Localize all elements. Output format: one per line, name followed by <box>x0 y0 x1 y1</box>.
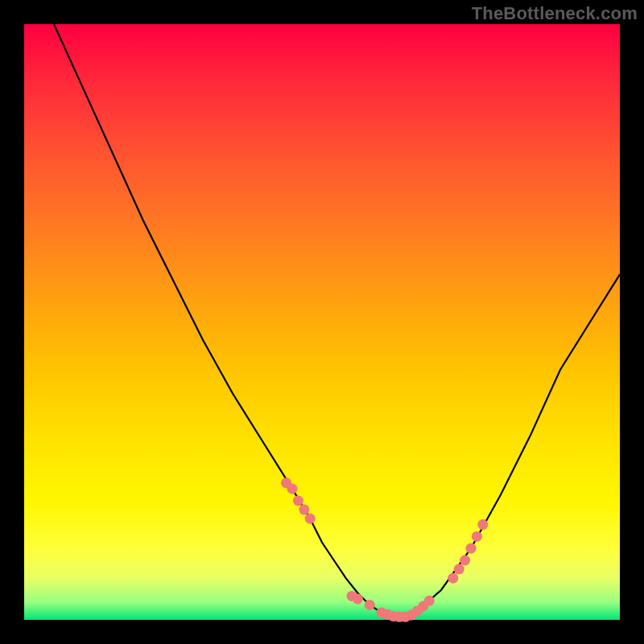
highlight-dot <box>365 600 375 610</box>
highlight-dot <box>424 596 435 606</box>
highlight-dot <box>466 543 477 554</box>
highlight-dot <box>293 496 303 506</box>
highlight-dot <box>460 555 470 566</box>
highlight-dot <box>353 594 363 605</box>
highlight-dot <box>299 505 309 515</box>
bottleneck-curve <box>54 24 620 617</box>
highlight-dot <box>454 564 464 575</box>
highlight-dot <box>477 519 488 530</box>
highlight-dots-group <box>281 477 488 622</box>
highlight-dot <box>287 484 298 494</box>
watermark-text: TheBottleneck.com <box>472 3 638 24</box>
highlight-dot <box>305 514 316 524</box>
highlight-dot <box>448 573 458 584</box>
chart-frame: TheBottleneck.com <box>0 0 644 644</box>
highlight-dot <box>472 531 482 542</box>
chart-overlay <box>24 24 620 620</box>
